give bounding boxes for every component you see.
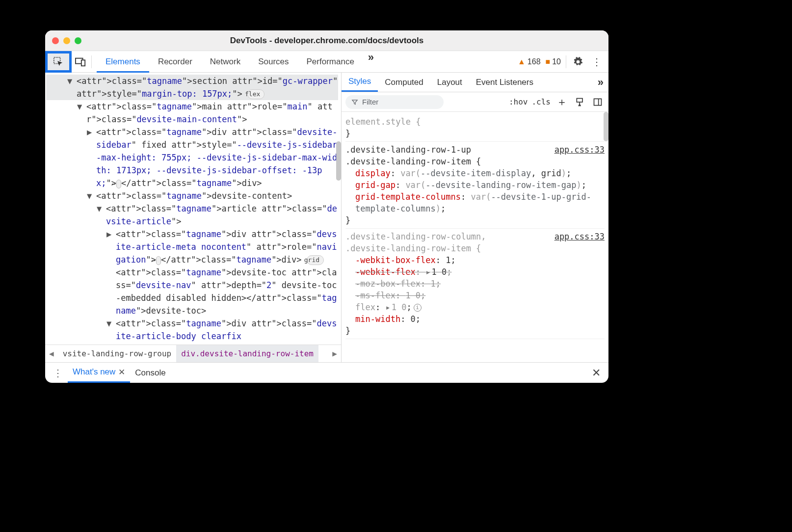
cls-toggle[interactable]: .cls	[531, 97, 551, 106]
filter-placeholder: Filter	[362, 98, 378, 106]
expand-arrow-icon[interactable]: ▶	[89, 126, 96, 138]
titlebar: DevTools - developer.chrome.com/docs/dev…	[45, 30, 608, 51]
svg-rect-2	[81, 60, 85, 66]
breadcrumb-scroll-left[interactable]: ◀	[45, 349, 58, 358]
tab-styles[interactable]: Styles	[342, 73, 378, 92]
more-options-button[interactable]: ⋮	[590, 56, 604, 68]
source-link[interactable]: app.css:33	[554, 144, 605, 156]
scrollbar[interactable]	[604, 112, 608, 141]
drawer-tabs: ⋮ What's new ✕ Console ✕	[45, 362, 608, 383]
dom-tree[interactable]: ▼<attr">class="tagname">section attr">id…	[45, 73, 341, 345]
main-toolbar: Elements Recorder Network Sources Perfor…	[45, 51, 608, 73]
warning-icon: ▲	[518, 57, 526, 66]
close-tab-icon[interactable]: ✕	[118, 367, 125, 377]
svg-rect-3	[577, 98, 582, 102]
sidebar-tabs: Styles Computed Layout Event Listeners »	[342, 73, 608, 92]
tab-computed[interactable]: Computed	[378, 73, 430, 92]
issues-icon: ■	[546, 57, 551, 66]
tab-network[interactable]: Network	[201, 51, 249, 73]
breadcrumb: ◀ vsite-landing-row-group div.devsite-la…	[45, 345, 341, 362]
dom-node[interactable]: ▶<attr">class="tagname">div attr">class=…	[46, 228, 338, 266]
tab-layout[interactable]: Layout	[430, 73, 469, 92]
divider	[566, 55, 566, 68]
inspect-icon	[53, 56, 64, 67]
issues-count: 10	[552, 57, 561, 66]
dom-node[interactable]: ▼<attr">class="tagname">section attr">id…	[46, 75, 338, 100]
dom-node[interactable]: ▼<attr">class="tagname">main attr">role=…	[46, 100, 338, 126]
issues-badge[interactable]: ■ 10	[546, 57, 561, 66]
expand-arrow-icon[interactable]: ▼	[79, 100, 86, 113]
style-rule[interactable]: app.css:33.devsite-landing-row-column,.d…	[345, 229, 605, 339]
dom-node[interactable]: ▼<attr">class="tagname">div attr">class=…	[46, 317, 338, 345]
dom-node[interactable]: ▶<attr">class="tagname">div attr">class=…	[46, 126, 338, 189]
tab-whats-new[interactable]: What's new ✕	[68, 363, 130, 383]
tab-sources[interactable]: Sources	[249, 51, 297, 73]
new-style-rule-button[interactable]: ＋	[554, 95, 569, 109]
breadcrumb-scroll-right[interactable]: ▶	[328, 349, 341, 358]
dom-panel: ▼<attr">class="tagname">section attr">id…	[45, 73, 342, 362]
expand-arrow-icon[interactable]: ▶	[109, 228, 116, 240]
expand-arrow-icon[interactable]: ▼	[70, 75, 77, 87]
dom-node[interactable]: <attr">class="tagname">devsite-toc attr"…	[46, 266, 338, 317]
scrollbar[interactable]	[336, 141, 341, 181]
minimize-window-button[interactable]	[63, 37, 70, 44]
tab-event-listeners[interactable]: Event Listeners	[469, 73, 540, 92]
device-icon	[75, 57, 86, 67]
panel-tabs: Elements Recorder Network Sources Perfor…	[97, 51, 379, 73]
settings-button[interactable]	[571, 57, 585, 67]
tab-label: What's new	[73, 367, 115, 377]
more-tabs-button[interactable]: »	[363, 51, 379, 73]
divider	[91, 55, 92, 68]
breadcrumb-item[interactable]: vsite-landing-row-group	[58, 345, 177, 362]
device-toggle-button[interactable]	[72, 57, 89, 67]
gear-icon	[573, 57, 583, 67]
expand-arrow-icon[interactable]: ▼	[109, 317, 116, 330]
paint-icon	[575, 97, 585, 107]
svg-rect-4	[594, 99, 602, 105]
tab-performance[interactable]: Performance	[298, 51, 363, 73]
warnings-count: 168	[528, 57, 541, 66]
elements-split: ▼<attr">class="tagname">section attr">id…	[45, 73, 608, 362]
ellipsis-icon[interactable]: ⋯	[156, 256, 161, 265]
close-window-button[interactable]	[52, 37, 59, 44]
styles-panel: Styles Computed Layout Event Listeners »…	[342, 73, 608, 362]
info-icon[interactable]: i	[414, 304, 422, 312]
devtools-window: DevTools - developer.chrome.com/docs/dev…	[45, 30, 608, 383]
zoom-window-button[interactable]	[75, 37, 81, 44]
styles-rules[interactable]: element.style {}app.css:33.devsite-landi…	[342, 112, 608, 362]
paint-button[interactable]	[573, 97, 587, 107]
ellipsis-icon[interactable]: ⋯	[116, 180, 121, 188]
breadcrumb-item-selected[interactable]: div.devsite-landing-row-item	[176, 345, 318, 362]
hov-toggle[interactable]: :hov	[509, 97, 528, 106]
tab-console[interactable]: Console	[130, 363, 170, 383]
filter-input[interactable]: Filter	[345, 95, 444, 109]
window-title: DevTools - developer.chrome.com/docs/dev…	[45, 36, 608, 46]
computed-sidebar-toggle[interactable]	[591, 97, 605, 107]
close-drawer-button[interactable]: ✕	[587, 367, 606, 379]
tab-recorder[interactable]: Recorder	[149, 51, 201, 73]
warnings-badge[interactable]: ▲ 168	[518, 57, 541, 66]
more-sidebar-tabs[interactable]: »	[593, 76, 608, 89]
layout-badge[interactable]: grid	[307, 255, 324, 265]
filter-icon	[351, 99, 358, 106]
expand-arrow-icon[interactable]: ▼	[99, 202, 106, 215]
window-controls	[52, 37, 81, 44]
style-rule[interactable]: element.style {}	[345, 114, 605, 142]
layout-badge[interactable]: flex	[247, 89, 264, 99]
tab-elements[interactable]: Elements	[97, 51, 149, 73]
inspect-element-button[interactable]	[45, 51, 72, 73]
dom-node[interactable]: ▼<attr">class="tagname">devsite-content>	[46, 189, 338, 202]
expand-arrow-icon[interactable]	[109, 266, 116, 279]
drawer-more-button[interactable]: ⋮	[48, 367, 68, 379]
dom-node[interactable]: ▼<attr">class="tagname">article attr">cl…	[46, 202, 338, 228]
toolbar-right: ▲ 168 ■ 10 ⋮	[518, 55, 608, 68]
expand-arrow-icon[interactable]: ▼	[89, 189, 96, 202]
source-link[interactable]: app.css:33	[554, 231, 605, 242]
sidebar-icon	[593, 97, 603, 107]
styles-filter-bar: Filter :hov .cls ＋	[342, 92, 608, 112]
style-rule[interactable]: app.css:33.devsite-landing-row-1-up.devs…	[345, 142, 605, 229]
